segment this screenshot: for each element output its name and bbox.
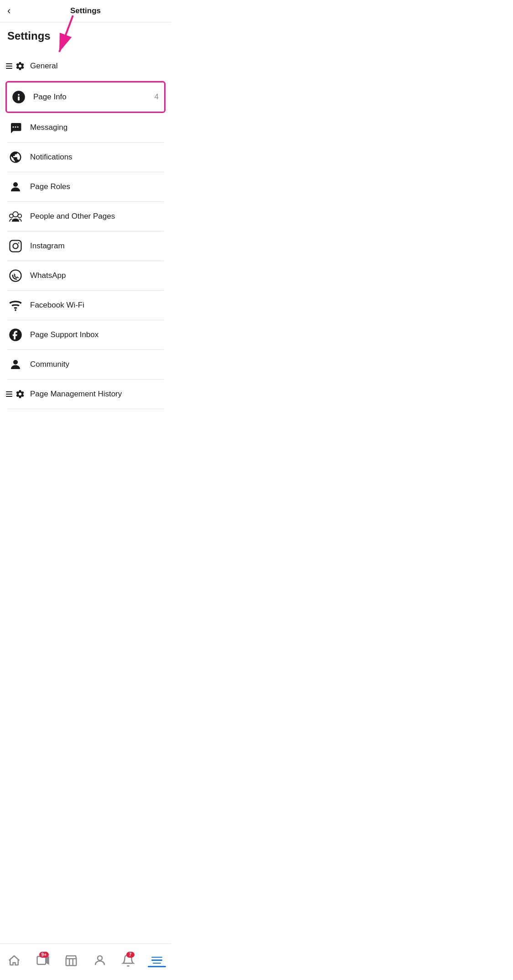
wifi-icon bbox=[7, 297, 24, 313]
settings-item-instagram[interactable]: Instagram bbox=[7, 231, 164, 261]
item-label-page_info: Page Info bbox=[33, 92, 67, 102]
whatsapp-icon bbox=[7, 267, 24, 284]
svg-point-5 bbox=[13, 126, 14, 128]
svg-rect-4 bbox=[18, 97, 20, 101]
svg-point-9 bbox=[13, 212, 18, 217]
nav-title: Settings bbox=[70, 6, 101, 15]
item-label-instagram: Instagram bbox=[30, 241, 65, 251]
svg-point-13 bbox=[13, 243, 18, 248]
item-label-messaging: Messaging bbox=[30, 123, 67, 132]
top-nav: ‹ Settings bbox=[0, 0, 171, 22]
item-badge-page_info: 4 bbox=[155, 92, 161, 102]
settings-item-page_support_inbox[interactable]: Page Support Inbox bbox=[7, 320, 164, 350]
svg-point-18 bbox=[13, 360, 18, 364]
svg-point-10 bbox=[10, 214, 13, 218]
svg-point-16 bbox=[15, 309, 16, 311]
back-button[interactable]: ‹ bbox=[7, 5, 10, 17]
settings-item-notifications[interactable]: Notifications bbox=[7, 143, 164, 172]
svg-point-14 bbox=[18, 242, 20, 244]
item-label-community: Community bbox=[30, 360, 69, 369]
settings-list: GeneralPage Info4MessagingNotificationsP… bbox=[7, 51, 164, 409]
settings-item-whatsapp[interactable]: WhatsApp bbox=[7, 261, 164, 291]
instagram-icon bbox=[7, 238, 24, 254]
settings-item-people_other_pages[interactable]: People and Other Pages bbox=[7, 202, 164, 231]
info-icon bbox=[10, 89, 27, 105]
item-label-people_other_pages: People and Other Pages bbox=[30, 212, 115, 221]
settings-item-facebook_wifi[interactable]: Facebook Wi-Fi bbox=[7, 291, 164, 320]
svg-point-3 bbox=[18, 94, 20, 96]
person-icon bbox=[7, 356, 24, 373]
chat-icon bbox=[7, 119, 24, 136]
globe-icon bbox=[7, 149, 24, 165]
svg-rect-12 bbox=[10, 241, 21, 252]
item-label-page_roles: Page Roles bbox=[30, 182, 70, 191]
settings-item-community[interactable]: Community bbox=[7, 350, 164, 380]
item-label-whatsapp: WhatsApp bbox=[30, 271, 66, 280]
settings-item-page_roles[interactable]: Page Roles bbox=[7, 172, 164, 202]
page-content: Settings GeneralPage Info4MessagingNotif… bbox=[0, 22, 171, 409]
svg-point-8 bbox=[13, 182, 18, 187]
settings-item-page_management_history[interactable]: Page Management History bbox=[7, 380, 164, 409]
management-icon bbox=[7, 386, 24, 402]
page-heading: Settings bbox=[7, 30, 164, 42]
item-label-page_support_inbox: Page Support Inbox bbox=[30, 330, 98, 339]
settings-item-messaging[interactable]: Messaging bbox=[7, 113, 164, 143]
general-icon bbox=[7, 58, 24, 74]
item-label-page_management_history: Page Management History bbox=[30, 390, 122, 399]
svg-point-7 bbox=[17, 126, 19, 128]
item-label-notifications: Notifications bbox=[30, 153, 73, 162]
item-label-facebook_wifi: Facebook Wi-Fi bbox=[30, 301, 84, 310]
svg-point-11 bbox=[18, 214, 21, 218]
facebook_circle-icon bbox=[7, 327, 24, 343]
settings-item-general[interactable]: General bbox=[7, 51, 164, 81]
group-icon bbox=[7, 208, 24, 225]
settings-item-page_info[interactable]: Page Info4 bbox=[5, 81, 166, 113]
item-label-general: General bbox=[30, 62, 57, 71]
svg-point-6 bbox=[15, 126, 16, 128]
person-icon bbox=[7, 179, 24, 195]
svg-point-15 bbox=[10, 270, 21, 282]
